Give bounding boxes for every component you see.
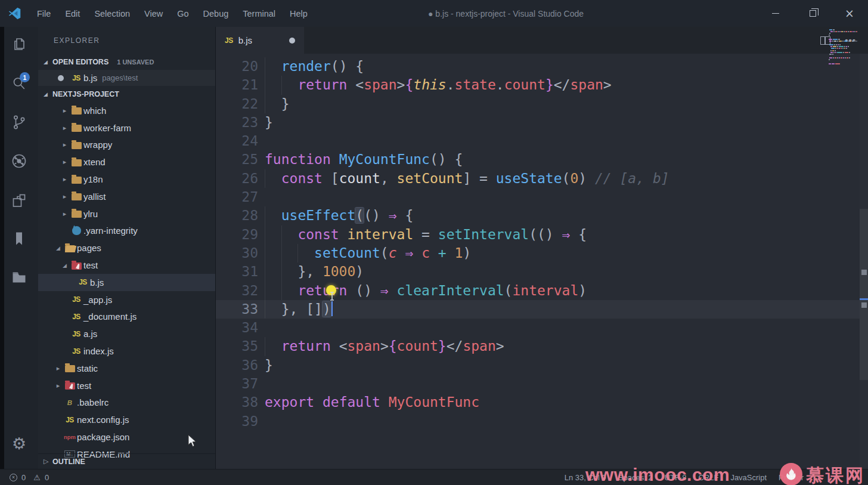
menu-go[interactable]: Go (170, 0, 196, 27)
code-line-39[interactable]: 39 (216, 412, 860, 431)
outline-section[interactable]: ▷ OUTLINE (38, 453, 215, 469)
code-line-34[interactable]: 34 (216, 319, 860, 337)
line-content: function MyCountFunc() { (265, 150, 860, 169)
code-line-35[interactable]: 35return <span>{count}</span> (216, 337, 860, 356)
scrollbar-thumb[interactable] (860, 209, 868, 380)
menu-file[interactable]: File (30, 0, 58, 27)
menu-terminal[interactable]: Terminal (235, 0, 283, 27)
problems-indicator[interactable]: × 0 ⚠ 0 (0, 473, 49, 482)
errors-icon: × (10, 474, 17, 481)
code-line-28[interactable]: 28useEffect(() ⇒ { (216, 206, 860, 225)
twistie-collapsed-icon[interactable]: ▸ (60, 210, 69, 218)
twistie-expanded-icon[interactable]: ◢ (60, 262, 69, 268)
menu-selection[interactable]: Selection (87, 0, 137, 27)
twistie-collapsed-icon[interactable]: ▸ (60, 158, 69, 166)
source-control-icon[interactable] (10, 113, 28, 131)
folder-icon (63, 364, 77, 372)
twistie-collapsed-icon[interactable]: ▸ (54, 382, 63, 390)
extensions-icon[interactable] (10, 192, 28, 210)
code-line-21[interactable]: 21return <span>{this.state.count}</span> (216, 76, 860, 94)
menu-edit[interactable]: Edit (58, 0, 87, 27)
open-editors-section[interactable]: ◢ OPEN EDITORS 1 UNSAVED (38, 54, 215, 70)
status-javascript[interactable]: JavaScript (730, 473, 767, 482)
explorer-badge: 1 (20, 72, 30, 82)
line-content: render() { (265, 57, 860, 76)
line-number: 21 (216, 76, 258, 94)
tab-bjs[interactable]: JS b.js (216, 27, 304, 54)
code-line-27[interactable]: 27 (216, 188, 860, 206)
tree-item--app-js[interactable]: JS_app.js (38, 291, 215, 308)
bookmarks-icon[interactable] (10, 230, 28, 248)
tree-item--yarn-integrity[interactable]: .yarn-integrity (38, 223, 215, 240)
minimize-icon (772, 13, 779, 14)
indent-guide (281, 262, 298, 281)
sidebar-title: EXPLORER (38, 27, 215, 54)
code-line-38[interactable]: 38export default MyCountFunc (216, 393, 860, 412)
tree-item-xtend[interactable]: ▸xtend (38, 153, 215, 171)
tree-item-y18n[interactable]: ▸y18n (38, 171, 215, 188)
code-line-22[interactable]: 22} (216, 95, 860, 113)
code-line-30[interactable]: 30setCount(c ⇒ c + 1) (216, 244, 860, 262)
code-line-20[interactable]: 20render() { (216, 57, 860, 76)
twistie-collapsed-icon[interactable]: ▸ (60, 124, 69, 132)
code-line-23[interactable]: 23} (216, 113, 860, 132)
twistie-collapsed-icon[interactable]: ▸ (60, 141, 69, 149)
project-section-header[interactable]: ◢ NEXTJS-PROJECT (38, 86, 215, 102)
indent-guide (281, 225, 298, 244)
code-line-24[interactable]: 24 (216, 132, 860, 150)
menu-help[interactable]: Help (283, 0, 315, 27)
js-icon: JS (69, 330, 83, 338)
folder-icon (69, 123, 83, 132)
code-line-33[interactable]: 33}, []) (216, 300, 860, 319)
folder-icon (69, 175, 83, 184)
restore-button[interactable] (794, 0, 831, 27)
code-line-26[interactable]: 26const [count, setCount] = useState(0) … (216, 169, 860, 188)
tree-item--babelrc[interactable]: B.babelrc (38, 394, 215, 412)
tree-item-static[interactable]: ▸static (38, 360, 215, 377)
js-icon: JS (69, 295, 83, 304)
twistie-collapsed-icon[interactable]: ▸ (54, 364, 63, 372)
tree-item-wrappy[interactable]: ▸wrappy (38, 137, 215, 154)
code-line-29[interactable]: 29const interval = setInterval(() ⇒ { (216, 225, 860, 244)
tree-item-ylru[interactable]: ▸ylru (38, 205, 215, 223)
code-line-31[interactable]: 31}, 1000) (216, 262, 860, 281)
project-folder-icon[interactable] (10, 268, 28, 286)
tree-item-pages[interactable]: ◢pages (38, 239, 215, 257)
debug-disabled-icon[interactable] (10, 152, 28, 170)
tree-item-yallist[interactable]: ▸yallist (38, 188, 215, 205)
close-button[interactable]: × (831, 0, 868, 27)
tree-item-test[interactable]: ◢test (38, 257, 215, 274)
tree-item--document-js[interactable]: JS_document.js (38, 308, 215, 326)
menu-view[interactable]: View (137, 0, 170, 27)
code-line-25[interactable]: 25function MyCountFunc() { (216, 150, 860, 169)
tree-item-a-js[interactable]: JSa.js (38, 325, 215, 342)
open-editor-item-bjs[interactable]: JS b.js pages\test (38, 70, 215, 86)
menu-bar: FileEditSelectionViewGoDebugTerminalHelp (30, 0, 315, 27)
tree-item-which[interactable]: ▸which (38, 102, 215, 119)
twistie-expanded-icon[interactable]: ◢ (54, 245, 63, 251)
tab-modified-dot-icon[interactable] (289, 38, 295, 44)
explorer-icon[interactable] (10, 36, 28, 54)
tree-item-b-js[interactable]: JSb.js (38, 274, 215, 291)
twistie-collapsed-icon[interactable]: ▸ (60, 193, 69, 200)
babel-icon: B (63, 399, 77, 406)
watermark-text: www.imooc.com (585, 465, 730, 485)
tree-item-worker-farm[interactable]: ▸worker-farm (38, 119, 215, 137)
tree-item-index-js[interactable]: JSindex.js (38, 342, 215, 360)
line-number: 32 (216, 282, 258, 300)
code-line-36[interactable]: 36} (216, 356, 860, 375)
minimize-button[interactable] (757, 0, 794, 27)
js-icon: JS (76, 278, 90, 286)
code-line-32[interactable]: 32return () ⇒ clearInterval(interval) (216, 282, 860, 300)
menu-debug[interactable]: Debug (196, 0, 236, 27)
settings-gear-icon[interactable]: ⚙ (10, 434, 28, 452)
minimap[interactable] (829, 29, 857, 67)
twistie-collapsed-icon[interactable]: ▸ (60, 175, 69, 183)
tree-item-label: _document.js (83, 311, 137, 322)
tree-item-next-config-js[interactable]: JSnext.config.js (38, 411, 215, 428)
code-area[interactable]: 20render() {21return <span>{this.state.c… (216, 54, 860, 469)
twistie-collapsed-icon[interactable]: ▸ (60, 107, 69, 115)
unsaved-badge: 1 UNSAVED (117, 58, 154, 66)
code-line-37[interactable]: 37 (216, 375, 860, 393)
tree-item-test[interactable]: ▸test (38, 377, 215, 394)
